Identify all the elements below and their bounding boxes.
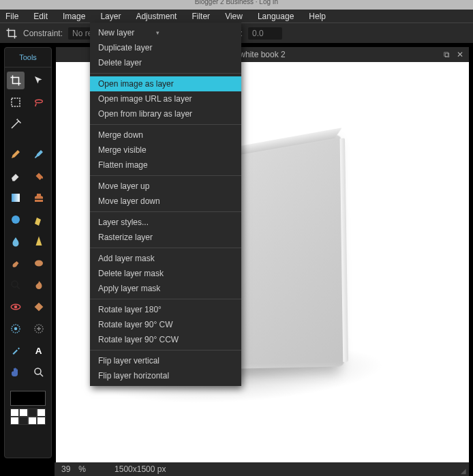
foreground-color[interactable]: [10, 391, 46, 406]
sponge-tool[interactable]: [30, 254, 48, 272]
burn-tool[interactable]: [30, 276, 48, 294]
menu-edit[interactable]: Edit: [33, 12, 48, 21]
document-title: white book 2: [239, 50, 285, 59]
menu-language[interactable]: Language: [258, 12, 294, 21]
spot-heal-tool[interactable]: [30, 298, 48, 316]
brush-tool[interactable]: [30, 145, 48, 163]
layer-menu-item[interactable]: Move layer up: [90, 179, 241, 194]
close-icon[interactable]: ✕: [457, 50, 463, 59]
svg-rect-1: [12, 194, 20, 202]
menu-separator: [90, 299, 241, 299]
move-tool[interactable]: [30, 72, 48, 89]
bloat-tool[interactable]: [7, 320, 25, 338]
layer-menu-item[interactable]: Apply layer mask: [90, 281, 241, 296]
blur-tool[interactable]: [7, 233, 25, 250]
layer-menu-item[interactable]: Duplicate layer: [90, 40, 241, 55]
svg-point-6: [14, 306, 18, 309]
layer-menu-item[interactable]: Flip layer horizontal: [90, 368, 241, 383]
menu-filter[interactable]: Filter: [192, 12, 210, 21]
layer-menu-item[interactable]: Open from library as layer: [90, 106, 241, 121]
swatch-dark-2[interactable]: [19, 417, 28, 425]
pinch-tool[interactable]: [30, 320, 48, 338]
layer-menu-item[interactable]: Flip layer vertical: [90, 353, 241, 368]
menu-help[interactable]: Help: [309, 12, 326, 21]
sharpen-tool[interactable]: [30, 233, 48, 250]
colorpicker-tool[interactable]: [7, 342, 25, 359]
wand-tool[interactable]: [7, 115, 25, 133]
tools-panel: Tools A: [4, 47, 52, 458]
menu-separator: [90, 124, 241, 125]
menu-separator: [90, 350, 241, 351]
popout-icon[interactable]: ⧉: [444, 50, 450, 59]
lasso-tool[interactable]: [30, 93, 48, 111]
layer-menu-item[interactable]: Move layer down: [90, 194, 241, 209]
svg-point-9: [14, 327, 18, 331]
zoom-tool[interactable]: [30, 363, 48, 381]
menu-file[interactable]: File: [5, 12, 18, 21]
menu-layer[interactable]: Layer: [100, 12, 121, 21]
layer-menu-item[interactable]: Merge down: [90, 128, 241, 143]
crop-tool[interactable]: [7, 72, 25, 89]
layer-menu-item[interactable]: Add layer mask: [90, 251, 241, 266]
canvas-dimensions: 1500x1500 px: [115, 464, 166, 474]
layer-menu-item[interactable]: Rotate layer 90° CW: [90, 317, 241, 332]
swatch-white-2[interactable]: [19, 408, 28, 417]
swatch-white-5[interactable]: [28, 417, 37, 425]
type-tool[interactable]: A: [30, 342, 48, 359]
swatch-white-3[interactable]: [37, 408, 46, 417]
menu-separator: [90, 175, 241, 176]
status-bar: 39 % 1500x1500 px ◢: [55, 462, 469, 476]
gradient-tool[interactable]: [7, 189, 25, 207]
color-replace-tool[interactable]: [7, 211, 25, 228]
drawing-tool[interactable]: [30, 211, 48, 228]
zoom-unit: %: [78, 464, 86, 474]
svg-rect-0: [12, 98, 20, 106]
svg-text:A: A: [35, 346, 42, 356]
menu-separator: [90, 73, 241, 74]
crop-icon: [5, 27, 18, 40]
zoom-value[interactable]: 39: [61, 464, 70, 474]
layer-menu-item[interactable]: Delete layer: [90, 55, 241, 70]
layer-menu-item[interactable]: Open image as layer: [90, 76, 241, 91]
menu-adjustment[interactable]: Adjustment: [136, 12, 177, 21]
svg-point-3: [35, 261, 43, 267]
svg-point-12: [35, 368, 41, 374]
browser-tab-title: Blogger 2 Business · Log In: [0, 0, 473, 10]
dodge-tool[interactable]: [7, 276, 25, 294]
layer-menu-item[interactable]: Rasterize layer: [90, 230, 241, 245]
layer-menu-item[interactable]: Delete layer mask: [90, 266, 241, 281]
layer-menu-item[interactable]: Flatten image: [90, 158, 241, 173]
layer-menu-item[interactable]: Layer styles...: [90, 215, 241, 230]
pencil-tool[interactable]: [7, 145, 25, 163]
smudge-tool[interactable]: [7, 254, 25, 272]
swatch-white-6[interactable]: [37, 417, 46, 425]
clone-stamp-tool[interactable]: [30, 189, 48, 207]
constraint-label: Constraint:: [23, 29, 63, 38]
app-menu-bar: File Edit Image Layer Adjustment Filter …: [0, 10, 473, 23]
height-field[interactable]: 0.0: [248, 27, 282, 40]
tools-header: Tools: [5, 50, 51, 68]
marquee-tool[interactable]: [7, 93, 25, 111]
menu-image[interactable]: Image: [63, 12, 85, 21]
resize-grip-icon[interactable]: ◢: [461, 467, 466, 475]
layer-menu-item-label: New layer: [98, 28, 134, 38]
svg-point-2: [12, 215, 20, 224]
layer-menu-item[interactable]: Rotate layer 90° CCW: [90, 332, 241, 347]
svg-point-4: [12, 281, 18, 287]
swatch-dark-1[interactable]: [28, 408, 37, 417]
layer-menu-item[interactable]: Merge visible: [90, 143, 241, 158]
menu-separator: [90, 211, 241, 212]
menu-view[interactable]: View: [225, 12, 243, 21]
layer-menu-item[interactable]: New layer▾: [90, 25, 241, 40]
eraser-tool[interactable]: [7, 167, 25, 185]
layer-menu-item[interactable]: Open image URL as layer: [90, 91, 241, 106]
red-eye-tool[interactable]: [7, 298, 25, 316]
layer-dropdown-menu: New layer▾Duplicate layerDelete layerOpe…: [90, 23, 241, 386]
hand-tool[interactable]: [7, 363, 25, 381]
submenu-arrow-icon: ▾: [156, 29, 159, 36]
svg-rect-7: [35, 303, 44, 312]
paint-bucket-tool[interactable]: [30, 167, 48, 185]
swatch-white-1[interactable]: [10, 408, 19, 417]
layer-menu-item[interactable]: Rotate layer 180°: [90, 302, 241, 317]
swatch-white-4[interactable]: [10, 417, 19, 425]
